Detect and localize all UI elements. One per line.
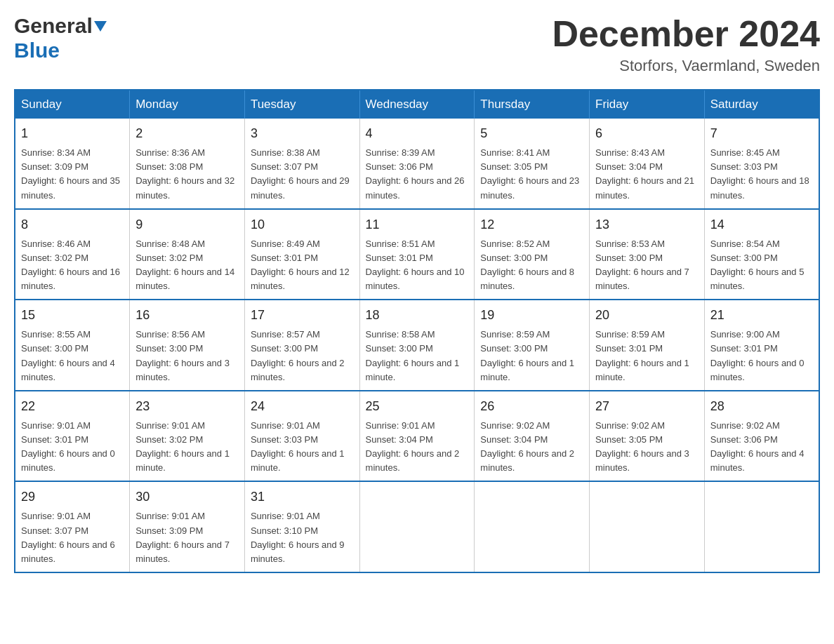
col-header-wednesday: Wednesday (359, 90, 475, 119)
col-header-friday: Friday (590, 90, 705, 119)
day-number: 28 (710, 397, 813, 416)
day-info: Sunrise: 9:02 AMSunset: 3:04 PMDaylight:… (480, 419, 583, 476)
day-info: Sunrise: 8:49 AMSunset: 3:01 PMDaylight:… (251, 237, 354, 294)
calendar-cell: 12Sunrise: 8:52 AMSunset: 3:00 PMDayligh… (475, 209, 590, 300)
calendar-cell (475, 481, 590, 572)
day-info: Sunrise: 8:36 AMSunset: 3:08 PMDaylight:… (135, 146, 239, 203)
calendar-cell: 26Sunrise: 9:02 AMSunset: 3:04 PMDayligh… (475, 391, 590, 482)
calendar-cell: 1Sunrise: 8:34 AMSunset: 3:09 PMDaylight… (15, 119, 130, 209)
calendar-cell: 6Sunrise: 8:43 AMSunset: 3:04 PMDaylight… (590, 119, 705, 209)
location-subtitle: Storfors, Vaermland, Sweden (552, 57, 820, 75)
calendar-cell: 3Sunrise: 8:38 AMSunset: 3:07 PMDaylight… (244, 119, 359, 209)
day-info: Sunrise: 8:57 AMSunset: 3:00 PMDaylight:… (251, 328, 354, 384)
logo-general-text: General (14, 14, 93, 37)
calendar-cell: 20Sunrise: 8:59 AMSunset: 3:01 PMDayligh… (590, 300, 705, 391)
calendar-cell: 31Sunrise: 9:01 AMSunset: 3:10 PMDayligh… (244, 481, 359, 572)
calendar-cell: 8Sunrise: 8:46 AMSunset: 3:02 PMDaylight… (15, 209, 130, 300)
day-info: Sunrise: 8:59 AMSunset: 3:01 PMDaylight:… (595, 328, 699, 384)
calendar-cell: 28Sunrise: 9:02 AMSunset: 3:06 PMDayligh… (704, 391, 819, 482)
day-info: Sunrise: 8:55 AMSunset: 3:00 PMDaylight:… (21, 328, 124, 384)
day-number: 29 (21, 488, 124, 507)
day-number: 3 (251, 124, 354, 143)
calendar-cell: 30Sunrise: 9:01 AMSunset: 3:09 PMDayligh… (130, 481, 245, 572)
day-info: Sunrise: 9:01 AMSunset: 3:09 PMDaylight:… (135, 509, 239, 566)
day-info: Sunrise: 8:59 AMSunset: 3:00 PMDaylight:… (480, 328, 583, 384)
day-info: Sunrise: 8:45 AMSunset: 3:03 PMDaylight:… (710, 146, 813, 203)
day-info: Sunrise: 9:01 AMSunset: 3:04 PMDaylight:… (366, 419, 469, 476)
day-number: 30 (135, 488, 239, 507)
day-number: 9 (135, 215, 239, 234)
calendar-cell: 27Sunrise: 9:02 AMSunset: 3:05 PMDayligh… (590, 391, 705, 482)
calendar-cell: 14Sunrise: 8:54 AMSunset: 3:00 PMDayligh… (704, 209, 819, 300)
col-header-thursday: Thursday (475, 90, 590, 119)
calendar-cell: 22Sunrise: 9:01 AMSunset: 3:01 PMDayligh… (15, 391, 130, 482)
title-section: December 2024 Storfors, Vaermland, Swede… (552, 14, 820, 75)
calendar-cell: 25Sunrise: 9:01 AMSunset: 3:04 PMDayligh… (359, 391, 475, 482)
day-info: Sunrise: 8:51 AMSunset: 3:01 PMDaylight:… (366, 237, 469, 294)
day-number: 13 (595, 215, 699, 234)
day-number: 18 (366, 306, 469, 325)
day-number: 4 (366, 124, 469, 143)
day-info: Sunrise: 9:01 AMSunset: 3:03 PMDaylight:… (251, 419, 354, 476)
calendar-cell: 18Sunrise: 8:58 AMSunset: 3:00 PMDayligh… (359, 300, 475, 391)
day-number: 27 (595, 397, 699, 416)
calendar-cell: 11Sunrise: 8:51 AMSunset: 3:01 PMDayligh… (359, 209, 475, 300)
calendar-week-row: 22Sunrise: 9:01 AMSunset: 3:01 PMDayligh… (15, 391, 819, 482)
calendar-cell: 2Sunrise: 8:36 AMSunset: 3:08 PMDaylight… (130, 119, 245, 209)
day-number: 16 (135, 306, 239, 325)
day-number: 23 (135, 397, 239, 416)
col-header-sunday: Sunday (15, 90, 130, 119)
day-number: 2 (135, 124, 239, 143)
day-number: 21 (710, 306, 813, 325)
calendar-cell: 5Sunrise: 8:41 AMSunset: 3:05 PMDaylight… (475, 119, 590, 209)
day-number: 11 (366, 215, 469, 234)
day-info: Sunrise: 8:54 AMSunset: 3:00 PMDaylight:… (710, 237, 813, 294)
logo: General Blue (14, 14, 107, 62)
logo-top: General (14, 14, 107, 39)
day-info: Sunrise: 8:53 AMSunset: 3:00 PMDaylight:… (595, 237, 699, 294)
calendar-cell: 29Sunrise: 9:01 AMSunset: 3:07 PMDayligh… (15, 481, 130, 572)
day-number: 20 (595, 306, 699, 325)
logo-blue-text: Blue (14, 39, 107, 63)
calendar-cell: 10Sunrise: 8:49 AMSunset: 3:01 PMDayligh… (244, 209, 359, 300)
day-number: 24 (251, 397, 354, 416)
day-number: 12 (480, 215, 583, 234)
calendar-week-row: 1Sunrise: 8:34 AMSunset: 3:09 PMDaylight… (15, 119, 819, 209)
calendar-cell: 23Sunrise: 9:01 AMSunset: 3:02 PMDayligh… (130, 391, 245, 482)
day-info: Sunrise: 9:01 AMSunset: 3:01 PMDaylight:… (21, 419, 124, 476)
day-number: 10 (251, 215, 354, 234)
day-info: Sunrise: 8:43 AMSunset: 3:04 PMDaylight:… (595, 146, 699, 203)
calendar-week-row: 8Sunrise: 8:46 AMSunset: 3:02 PMDaylight… (15, 209, 819, 300)
day-number: 19 (480, 306, 583, 325)
day-info: Sunrise: 9:02 AMSunset: 3:06 PMDaylight:… (710, 419, 813, 476)
month-title: December 2024 (552, 14, 820, 54)
page-header: General Blue December 2024 Storfors, Vae… (14, 14, 820, 75)
day-info: Sunrise: 8:34 AMSunset: 3:09 PMDaylight:… (21, 146, 124, 203)
day-number: 15 (21, 306, 124, 325)
day-info: Sunrise: 8:56 AMSunset: 3:00 PMDaylight:… (135, 328, 239, 384)
calendar-cell: 4Sunrise: 8:39 AMSunset: 3:06 PMDaylight… (359, 119, 475, 209)
day-number: 22 (21, 397, 124, 416)
day-number: 14 (710, 215, 813, 234)
day-number: 17 (251, 306, 354, 325)
calendar-week-row: 29Sunrise: 9:01 AMSunset: 3:07 PMDayligh… (15, 481, 819, 572)
day-info: Sunrise: 9:02 AMSunset: 3:05 PMDaylight:… (595, 419, 699, 476)
day-number: 25 (366, 397, 469, 416)
calendar-cell: 15Sunrise: 8:55 AMSunset: 3:00 PMDayligh… (15, 300, 130, 391)
day-number: 5 (480, 124, 583, 143)
day-info: Sunrise: 8:41 AMSunset: 3:05 PMDaylight:… (480, 146, 583, 203)
calendar-cell: 21Sunrise: 9:00 AMSunset: 3:01 PMDayligh… (704, 300, 819, 391)
calendar-cell: 16Sunrise: 8:56 AMSunset: 3:00 PMDayligh… (130, 300, 245, 391)
day-number: 7 (710, 124, 813, 143)
col-header-saturday: Saturday (704, 90, 819, 119)
calendar-cell (704, 481, 819, 572)
day-number: 8 (21, 215, 124, 234)
calendar-table: SundayMondayTuesdayWednesdayThursdayFrid… (14, 89, 820, 573)
calendar-cell (359, 481, 475, 572)
calendar-cell: 7Sunrise: 8:45 AMSunset: 3:03 PMDaylight… (704, 119, 819, 209)
day-info: Sunrise: 8:52 AMSunset: 3:00 PMDaylight:… (480, 237, 583, 294)
calendar-header-row: SundayMondayTuesdayWednesdayThursdayFrid… (15, 90, 819, 119)
day-info: Sunrise: 9:01 AMSunset: 3:07 PMDaylight:… (21, 509, 124, 566)
day-number: 6 (595, 124, 699, 143)
day-info: Sunrise: 9:00 AMSunset: 3:01 PMDaylight:… (710, 328, 813, 384)
